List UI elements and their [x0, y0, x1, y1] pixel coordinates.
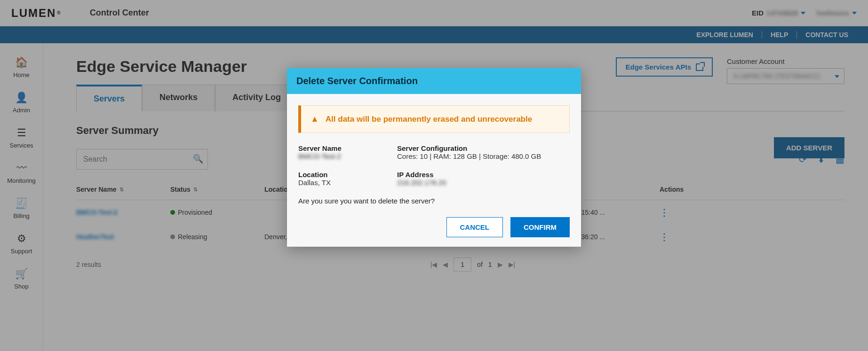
- info-config-block: Server Configuration Cores: 10 | RAM: 12…: [397, 144, 570, 160]
- confirm-question: Are you sure you want to delete the serv…: [298, 197, 570, 205]
- modal-overlay[interactable]: Delete Server Confirmation ▲ All data wi…: [0, 0, 868, 351]
- warning-banner: ▲ All data will be permanently erased an…: [298, 105, 570, 133]
- info-label-name: Server Name: [298, 144, 392, 152]
- info-value-name: BMCO-Test-2: [298, 152, 392, 160]
- info-value-location: Dallas, TX: [298, 179, 392, 187]
- warning-icon: ▲: [311, 114, 319, 124]
- info-location-block: Location Dallas, TX: [298, 171, 392, 187]
- modal-body: ▲ All data will be permanently erased an…: [287, 94, 581, 247]
- server-info-grid: Server Name BMCO-Test-2 Server Configura…: [298, 144, 570, 187]
- info-label-ip: IP Address: [397, 171, 570, 179]
- confirm-button[interactable]: CONFIRM: [510, 217, 570, 237]
- info-value-config: Cores: 10 | RAM: 128 GB | Storage: 480.0…: [397, 152, 570, 160]
- info-name-block: Server Name BMCO-Test-2: [298, 144, 392, 160]
- modal-title: Delete Server Confirmation: [287, 68, 581, 94]
- cancel-button[interactable]: CANCEL: [446, 217, 503, 237]
- info-label-config: Server Configuration: [397, 144, 570, 152]
- info-label-location: Location: [298, 171, 392, 179]
- info-ip-block: IP Address 216.202.178.20: [397, 171, 570, 187]
- info-value-ip: 216.202.178.20: [397, 179, 570, 187]
- delete-server-modal: Delete Server Confirmation ▲ All data wi…: [287, 68, 581, 247]
- warning-text: All data will be permanently erased and …: [326, 115, 532, 124]
- modal-actions: CANCEL CONFIRM: [298, 217, 570, 237]
